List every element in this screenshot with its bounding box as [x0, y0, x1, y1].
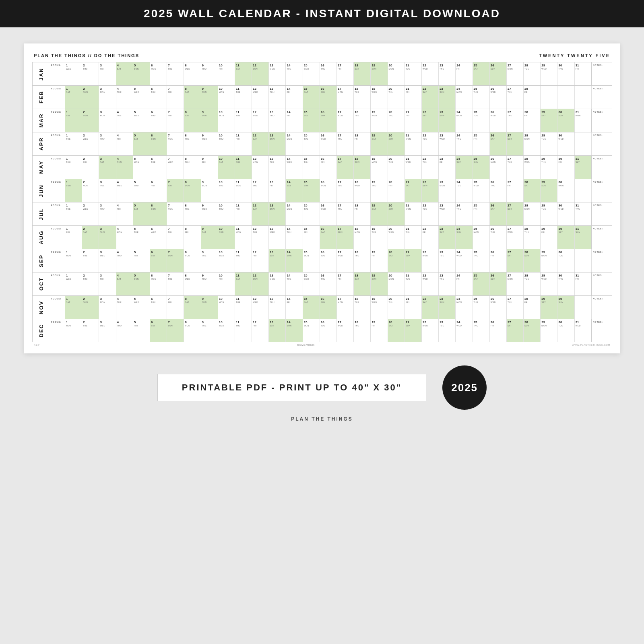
- calendar-months: JANFOCUS:1WED2THU3FRI4SAT5SUN6MON7TUE8WE…: [32, 62, 612, 342]
- day-cell: 19MON: [371, 156, 388, 179]
- day-cell: 23SUN: [439, 109, 456, 132]
- day-cell: 6TUE: [150, 156, 167, 179]
- day-cell: 20SAT: [388, 319, 405, 342]
- day-cell: 26FRI: [490, 319, 507, 342]
- day-cell: 24THU: [456, 132, 473, 155]
- day-cell: 17FRI: [337, 62, 354, 85]
- day-cell: 6SAT: [150, 319, 167, 342]
- day-cell: 29FRI: [541, 226, 557, 249]
- day-cell: 7MON: [167, 132, 184, 155]
- day-cell: 9TUE: [201, 319, 218, 342]
- day-cell: 14MON: [286, 132, 303, 155]
- day-cell: 5WED: [133, 109, 150, 132]
- day-cell: 9WED: [201, 202, 218, 225]
- day-cell: 27MON: [507, 272, 524, 295]
- day-cell: 21FRI: [405, 109, 422, 132]
- day-cell: 12FRI: [252, 249, 269, 272]
- day-cell: 21FRI: [405, 296, 422, 319]
- day-cell: 17MON: [337, 109, 354, 132]
- day-cell: 3MON: [99, 86, 116, 109]
- month-row-dec: DECFOCUS:1MON2TUE3WED4THU5FRI6SAT7SUN8MO…: [32, 319, 612, 342]
- day-cell: 7THU: [167, 226, 184, 249]
- day-cell: 12MON: [252, 156, 269, 179]
- day-cell: 16THU: [320, 272, 337, 295]
- day-cell: 9MON: [201, 179, 218, 202]
- day-cell: 2THU: [82, 62, 99, 85]
- day-cell: 18THU: [354, 249, 371, 272]
- month-row-nov: NOVFOCUS:1SAT2SUN3MON4TUE5WED6THU7FRI8SA…: [32, 295, 612, 319]
- day-cell: 30WED: [557, 132, 574, 155]
- day-cell: 2FRI: [82, 156, 99, 179]
- day-cell: 16MON: [320, 179, 337, 202]
- day-cell: 5SAT: [133, 132, 150, 155]
- day-cell: 19FRI: [371, 249, 388, 272]
- day-cell: [575, 132, 592, 155]
- day-cell: 18WED: [354, 179, 371, 202]
- day-cell: 1SUN: [65, 179, 82, 202]
- footer-key: KEY:: [34, 344, 41, 346]
- day-cell: 6MON: [150, 62, 167, 85]
- day-cell: 6SAT: [150, 249, 167, 272]
- day-cell: 23TUE: [439, 319, 456, 342]
- day-cell: 20SAT: [388, 249, 405, 272]
- day-cell: 4FRI: [116, 132, 133, 155]
- day-cell: 19TUE: [371, 226, 388, 249]
- day-cell: 22TUE: [422, 202, 439, 225]
- focus-cell: FOCUS:: [50, 249, 65, 272]
- day-cell: 26WED: [490, 109, 507, 132]
- day-cell: 21WED: [405, 156, 422, 179]
- month-row-mar: MARFOCUS:1SAT2SUN3MON4TUE5WED6THU7FRI8SA…: [32, 109, 612, 132]
- day-cell: 21SUN: [405, 319, 422, 342]
- day-cell: 4SUN: [116, 156, 133, 179]
- month-label-aug: AUG: [32, 226, 50, 249]
- day-cell: 11THU: [235, 319, 252, 342]
- day-cell: 30SUN: [557, 296, 574, 319]
- day-cell: 10MON: [218, 86, 235, 109]
- day-cell: 12THU: [252, 179, 269, 202]
- day-cell: 28FRI: [524, 296, 541, 319]
- day-cell: 29TUE: [541, 202, 557, 225]
- day-cell: 20MON: [388, 272, 405, 295]
- day-cell: 1WED: [65, 62, 82, 85]
- day-cell: 29WED: [541, 272, 557, 295]
- day-cell: 7FRI: [167, 296, 184, 319]
- day-cell: 22SAT: [422, 296, 439, 319]
- day-cell: 5WED: [133, 296, 150, 319]
- day-cell: 6MON: [150, 272, 167, 295]
- month-row-jul: JULFOCUS:1TUE2WED3THU4FRI5SAT6SUN7MON8TU…: [32, 202, 612, 225]
- day-cell: 2SAT: [82, 226, 99, 249]
- day-cell: 5FRI: [133, 249, 150, 272]
- day-cell: 30SAT: [557, 226, 574, 249]
- day-cell: 14FRI: [286, 86, 303, 109]
- day-cell: 18TUE: [354, 109, 371, 132]
- day-cell: 5SUN: [133, 272, 150, 295]
- day-cell: 7SUN: [167, 319, 184, 342]
- day-cell: 7SUN: [167, 249, 184, 272]
- day-cell: 20TUE: [388, 156, 405, 179]
- day-cell: 13THU: [269, 296, 286, 319]
- day-cell: 18TUE: [354, 296, 371, 319]
- day-cell: 9THU: [201, 272, 218, 295]
- day-cell: 3MON: [99, 296, 116, 319]
- day-cell: 1WED: [65, 272, 82, 295]
- day-cell: 20THU: [388, 109, 405, 132]
- day-cell: 30WED: [557, 202, 574, 225]
- day-cell: 17MON: [337, 296, 354, 319]
- day-cell: 10THU: [218, 132, 235, 155]
- month-row-apr: APRFOCUS:1TUE2WED3THU4FRI5SAT6SUN7MON8TU…: [32, 132, 612, 155]
- day-cell: 27THU: [507, 86, 524, 109]
- day-cell: 21MON: [405, 202, 422, 225]
- day-cell: 28FRI: [524, 86, 541, 109]
- year-text: 2025: [451, 382, 478, 394]
- month-label-feb: FEB: [32, 86, 50, 109]
- day-cell: 31SUN: [575, 226, 592, 249]
- day-cell: 21TUE: [405, 62, 422, 85]
- day-cell: 4SAT: [116, 62, 133, 85]
- day-cell: 22SAT: [422, 86, 439, 109]
- day-cell: 25FRI: [473, 132, 490, 155]
- day-cell: 16THU: [320, 62, 337, 85]
- month-label-may: MAY: [32, 156, 50, 179]
- day-cell: 25THU: [473, 319, 490, 342]
- days-area-mar: 1SAT2SUN3MON4TUE5WED6THU7FRI8SAT9SUN10MO…: [65, 109, 592, 132]
- day-cell: 7FRI: [167, 86, 184, 109]
